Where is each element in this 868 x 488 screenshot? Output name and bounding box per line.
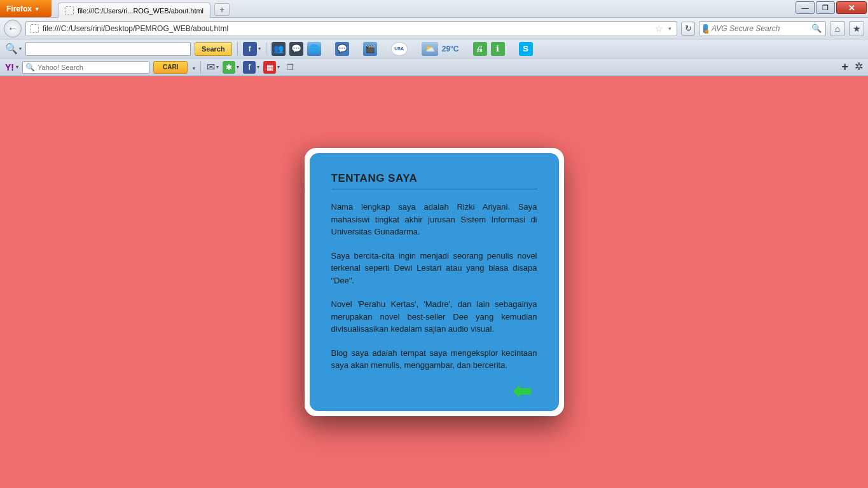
- minimize-button[interactable]: —: [796, 1, 815, 14]
- facebook-tool-icon: f: [243, 61, 256, 74]
- cari-dropdown[interactable]: [191, 63, 195, 72]
- search-input[interactable]: [712, 24, 808, 33]
- title-bar: Firefox file:///C:/Users/ri...ROG_WEB/ab…: [0, 0, 868, 18]
- facebook-icon: f: [243, 42, 257, 56]
- toolbar-search-input[interactable]: [25, 42, 191, 56]
- print-icon[interactable]: 🖨: [473, 42, 487, 56]
- arrow-left-icon: ←: [8, 23, 18, 34]
- separator: [237, 43, 238, 55]
- weather-icon[interactable]: ⛅: [422, 42, 438, 56]
- search-toolbar: 🔍 Search f 👥 💬 🌐 💬 🎬 USA ⛅ 29°C 🖨 ℹ S: [0, 39, 868, 58]
- message-icon[interactable]: 💬: [335, 42, 349, 56]
- separator: [200, 61, 201, 74]
- reload-button[interactable]: ↻: [681, 22, 695, 36]
- mail-icon[interactable]: ✉: [206, 61, 219, 74]
- page-content: TENTANG SAYA Nama lengkap saya adalah Ri…: [0, 76, 868, 488]
- add-button[interactable]: +: [841, 60, 848, 74]
- maximize-button[interactable]: ❐: [816, 1, 835, 14]
- close-button[interactable]: ✕: [836, 1, 867, 14]
- home-icon: ⌂: [835, 24, 840, 34]
- tab-title: file:///C:/Users/ri...ROG_WEB/about.html: [78, 7, 203, 15]
- back-button[interactable]: ←: [4, 20, 22, 37]
- chat-icon[interactable]: 💬: [289, 42, 303, 56]
- site-identity-icon: [30, 24, 39, 33]
- search-go-icon[interactable]: 🔍: [811, 24, 822, 33]
- red-tool-dropdown[interactable]: ▦: [263, 61, 280, 74]
- firefox-menu-button[interactable]: Firefox: [0, 0, 52, 17]
- info-icon[interactable]: ℹ: [491, 42, 505, 56]
- page-icon: [65, 6, 74, 15]
- bookmark-star-icon[interactable]: ☆: [655, 24, 663, 34]
- red-tool-icon: ▦: [263, 61, 276, 74]
- yahoo-menu[interactable]: Y!: [5, 62, 18, 72]
- pages-icon[interactable]: ❐: [284, 61, 296, 74]
- new-tab-button[interactable]: +: [214, 3, 230, 16]
- facebook-dropdown[interactable]: f: [243, 42, 261, 56]
- search-bar[interactable]: 🔍: [699, 21, 826, 36]
- about-paragraph-2: Saya bercita-cita ingin menjadi seorang …: [331, 250, 537, 287]
- globe-icon[interactable]: 🌐: [307, 42, 321, 56]
- url-bar[interactable]: ☆ ▾: [25, 21, 677, 36]
- settings-icon[interactable]: ✲: [855, 60, 863, 74]
- about-card: TENTANG SAYA Nama lengkap saya adalah Ri…: [305, 148, 564, 416]
- zoom-icon[interactable]: 🔍: [5, 43, 22, 55]
- about-heading: TENTANG SAYA: [331, 172, 537, 189]
- search-icon: 🔍: [25, 63, 35, 72]
- navigation-bar: ← ☆ ▾ ↻ 🔍 ⌂ ★: [0, 18, 868, 39]
- skype-icon[interactable]: S: [519, 42, 533, 56]
- about-paragraph-1: Nama lengkap saya adalah Rizki Ariyani. …: [331, 201, 537, 238]
- bookmarks-button[interactable]: ★: [849, 21, 864, 36]
- arrow-left-icon[interactable]: [512, 383, 534, 400]
- video-icon[interactable]: 🎬: [363, 42, 377, 56]
- separator: [266, 43, 266, 55]
- window-controls: — ❐ ✕: [796, 0, 868, 14]
- avg-search-icon: [703, 24, 708, 33]
- reload-icon: ↻: [685, 24, 692, 33]
- toolbar-right: + ✲: [841, 60, 863, 74]
- bookmarks-icon: ★: [853, 24, 861, 34]
- facebook-tool-dropdown[interactable]: f: [243, 61, 259, 74]
- about-card-inner: TENTANG SAYA Nama lengkap saya adalah Ri…: [310, 153, 559, 411]
- toolbar-search-button[interactable]: Search: [195, 42, 232, 56]
- people-icon[interactable]: 👥: [272, 42, 286, 56]
- about-paragraph-3: Novel 'Perahu Kertas', 'Madre', dan lain…: [331, 298, 537, 336]
- yahoo-search-input[interactable]: [38, 64, 146, 71]
- yahoo-toolbar: Y! 🔍 CARI ✉ ✱ f ▦ ❐ + ✲: [0, 58, 868, 76]
- back-link-container: [331, 383, 537, 400]
- about-paragraph-4: Blog saya adalah tempat saya mengeksplor…: [331, 347, 537, 372]
- green-tool-dropdown[interactable]: ✱: [223, 61, 239, 74]
- green-tool-icon: ✱: [223, 61, 235, 74]
- temperature-label[interactable]: 29°C: [442, 44, 459, 53]
- yahoo-search-box[interactable]: 🔍: [22, 61, 149, 74]
- browser-tab[interactable]: file:///C:/Users/ri...ROG_WEB/about.html: [58, 3, 210, 18]
- cari-button[interactable]: CARI: [153, 61, 188, 74]
- url-input[interactable]: [43, 24, 651, 33]
- url-dropdown-icon[interactable]: ▾: [667, 25, 673, 32]
- usatoday-icon[interactable]: USA: [391, 42, 408, 56]
- home-button[interactable]: ⌂: [830, 21, 845, 36]
